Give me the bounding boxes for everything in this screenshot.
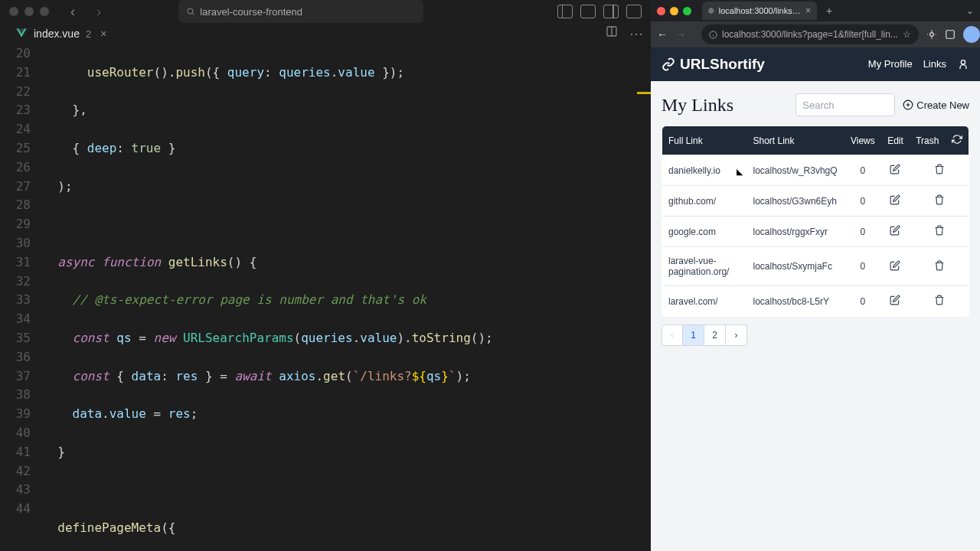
- browser-address-bar: ← → localhost:3000/links?page=1&filter[f…: [651, 21, 980, 47]
- minimize-window[interactable]: [24, 7, 34, 16]
- user-icon[interactable]: [957, 58, 969, 70]
- browser-maximize[interactable]: [683, 7, 691, 15]
- links-table: Full Link Short Link Views Edit Trash da…: [662, 126, 969, 317]
- trash-icon: [934, 225, 945, 236]
- page-next[interactable]: ›: [726, 324, 747, 346]
- edit-button[interactable]: [881, 155, 910, 186]
- col-views[interactable]: Views: [844, 126, 881, 155]
- page-actions: Search Create New: [795, 93, 969, 116]
- app-nav: My Profile Links: [868, 58, 969, 70]
- line-gutter: 2021222324 2526272829 3031323334 3536373…: [0, 44, 43, 551]
- nav-profile[interactable]: My Profile: [868, 58, 913, 70]
- trash-icon: [934, 194, 945, 205]
- svg-rect-5: [946, 31, 955, 39]
- link-icon: [662, 57, 675, 71]
- cell-short-link[interactable]: localhost/bc8-L5rY: [747, 286, 844, 317]
- delete-button[interactable]: [910, 217, 969, 247]
- panel-layout-icon[interactable]: [626, 5, 642, 18]
- edit-icon: [890, 295, 900, 305]
- browser-forward[interactable]: →: [675, 28, 686, 41]
- tab-filename: index.vue: [34, 28, 80, 40]
- cell-views: 0: [844, 155, 881, 186]
- panel-bottom-icon[interactable]: [580, 5, 596, 18]
- cell-full-link[interactable]: laravel-vue-pagination.org/: [662, 247, 747, 286]
- webpage: URLShortify My Profile Links My Links Se…: [651, 47, 980, 551]
- col-short-link[interactable]: Short Link: [747, 126, 844, 155]
- svg-point-0: [188, 8, 193, 14]
- extensions-icon[interactable]: [926, 29, 937, 40]
- url-text: localhost:3000/links?page=1&filter[full_…: [722, 29, 898, 40]
- cell-views: 0: [844, 217, 881, 247]
- svg-point-6: [961, 60, 965, 64]
- nav-back[interactable]: ‹: [64, 1, 81, 23]
- close-tab-icon[interactable]: ×: [805, 5, 811, 16]
- col-edit: Edit: [881, 126, 910, 155]
- refresh-icon: [952, 134, 962, 145]
- edit-button[interactable]: [881, 217, 910, 247]
- delete-button[interactable]: [910, 155, 969, 186]
- command-palette[interactable]: laravel-course-frontend: [178, 0, 423, 23]
- browser-minimize[interactable]: [670, 7, 678, 15]
- page-prev[interactable]: ‹: [662, 324, 683, 346]
- cell-views: 0: [844, 186, 881, 217]
- cell-short-link[interactable]: localhost/G3wn6Eyh: [747, 186, 844, 217]
- tab-bar: index.vue 2 × ⋯: [0, 23, 651, 44]
- delete-button[interactable]: [910, 186, 969, 217]
- create-new-button[interactable]: Create New: [903, 99, 969, 111]
- cell-views: 0: [844, 286, 881, 317]
- search-icon: [186, 7, 195, 16]
- tab-badge: 2: [86, 28, 91, 40]
- edit-button[interactable]: [881, 247, 910, 286]
- table-row: laravel-vue-pagination.org/ localhost/Sx…: [662, 247, 969, 286]
- trash-icon: [934, 260, 945, 271]
- code-area[interactable]: 2021222324 2526272829 3031323334 3536373…: [0, 44, 651, 551]
- close-tab-icon[interactable]: ×: [100, 28, 106, 40]
- maximize-window[interactable]: [40, 7, 49, 16]
- nav-links[interactable]: Links: [923, 58, 946, 70]
- edit-button[interactable]: [881, 286, 910, 317]
- browser-close[interactable]: [657, 7, 665, 15]
- delete-button[interactable]: [910, 247, 969, 286]
- url-input[interactable]: localhost:3000/links?page=1&filter[full_…: [701, 24, 919, 44]
- cell-full-link[interactable]: github.com/: [662, 186, 747, 217]
- col-full-link[interactable]: Full Link: [662, 126, 747, 155]
- search-input[interactable]: Search: [795, 93, 895, 116]
- trash-icon: [934, 164, 945, 174]
- cell-full-link[interactable]: google.com: [662, 217, 747, 247]
- edit-button[interactable]: [881, 186, 910, 217]
- tab-overflow-icon[interactable]: ⌄: [966, 5, 974, 16]
- browser-back[interactable]: ←: [657, 28, 668, 41]
- trash-icon: [934, 295, 945, 305]
- editor-tab[interactable]: index.vue 2 ×: [8, 23, 114, 44]
- cell-short-link[interactable]: localhost/rggxFxyr: [747, 217, 844, 247]
- window-controls: [9, 7, 49, 16]
- edit-icon: [890, 260, 900, 271]
- cell-short-link[interactable]: localhost/w_R3vhgQ: [747, 155, 844, 186]
- page-1[interactable]: 1: [683, 324, 704, 346]
- cell-full-link[interactable]: danielkelly.io: [662, 155, 747, 186]
- more-actions-icon[interactable]: ⋯: [629, 25, 643, 42]
- app-logo[interactable]: URLShortify: [662, 56, 765, 73]
- col-refresh[interactable]: [946, 126, 969, 155]
- cell-full-link[interactable]: laravel.com/: [662, 286, 747, 317]
- pagination: ‹ 1 2 ›: [662, 324, 969, 346]
- panel-icon[interactable]: [945, 29, 956, 40]
- close-window[interactable]: [9, 7, 18, 16]
- table-row: google.com localhost/rggxFxyr 0: [662, 217, 969, 247]
- page-2[interactable]: 2: [704, 324, 726, 346]
- split-editor-icon[interactable]: [605, 25, 619, 37]
- code-content[interactable]: useRouter().push({ query: queries.value …: [43, 44, 651, 551]
- table-row: laravel.com/ localhost/bc8-L5rY 0: [662, 286, 969, 317]
- cell-short-link[interactable]: localhost/SxymjaFc: [747, 247, 844, 286]
- delete-button[interactable]: [910, 286, 969, 317]
- panel-right-icon[interactable]: [603, 5, 619, 18]
- edit-icon: [890, 164, 900, 174]
- edit-icon: [890, 194, 900, 205]
- panel-left-icon[interactable]: [557, 5, 573, 18]
- nav-forward[interactable]: ›: [90, 1, 107, 23]
- star-icon[interactable]: ☆: [903, 29, 911, 40]
- new-tab-button[interactable]: +: [826, 5, 832, 17]
- browser-titlebar: localhost:3000/links?page=1 × + ⌄: [651, 0, 980, 21]
- browser-tab[interactable]: localhost:3000/links?page=1 ×: [702, 2, 817, 20]
- profile-avatar[interactable]: [963, 26, 980, 43]
